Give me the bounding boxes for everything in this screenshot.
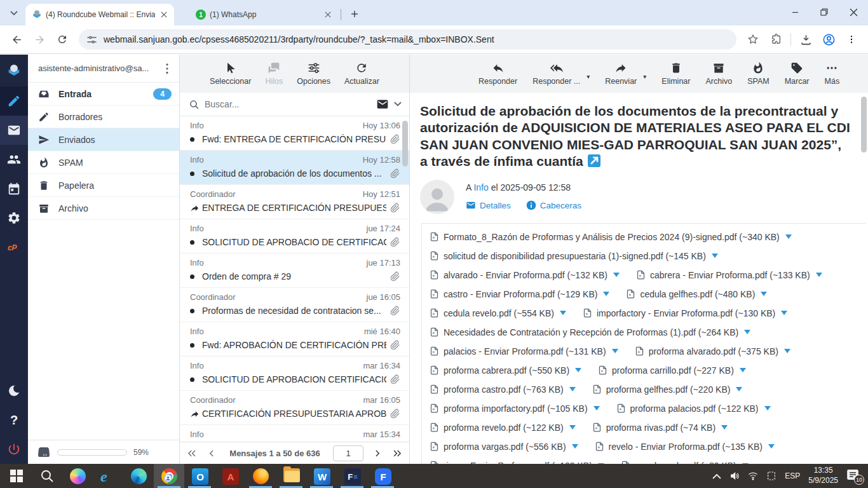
rail-help-button[interactable]: ?	[0, 405, 28, 435]
taskbar-icon-outlook[interactable]: O	[184, 464, 215, 488]
wifi-icon[interactable]	[748, 471, 758, 481]
page-number-input[interactable]	[333, 445, 363, 461]
attachment-menu-icon[interactable]	[569, 387, 576, 391]
attachment-item[interactable]: Formato_8_Razón de Proformas y Análisis …	[430, 231, 792, 242]
chevron-down-icon[interactable]: ▾	[643, 73, 646, 80]
taskbar-icon-copilot[interactable]	[62, 464, 93, 488]
rail-dark-mode-button[interactable]	[0, 376, 28, 405]
sidebar-item-borradores[interactable]: Borradores	[28, 105, 179, 128]
search-icon[interactable]	[189, 99, 200, 110]
account-menu-icon[interactable]	[160, 62, 174, 76]
message-row[interactable]: CoordinadorHoy 12:51ENTREGA DE CERTIFICA…	[180, 185, 409, 219]
attachment-item[interactable]: solicitud de disponibilidad presupuestar…	[430, 250, 718, 261]
delete-button[interactable]: Eliminar	[661, 62, 690, 86]
forward-button[interactable]	[30, 30, 49, 49]
attachment-menu-icon[interactable]	[764, 406, 771, 410]
attachment-item[interactable]: alvarado - Enviar Proforma.pdf (~132 KB)	[430, 269, 620, 280]
reply-all-button[interactable]: Responder ...	[532, 62, 580, 86]
mark-button[interactable]: Marcar	[785, 62, 810, 86]
chevron-down-icon[interactable]: ▾	[587, 73, 590, 80]
site-settings-icon[interactable]	[86, 34, 97, 45]
message-row[interactable]: Coordinadormar 16:05CERTIFICACIÓN PRESUP…	[180, 391, 409, 425]
sidebar-item-entrada[interactable]: Entrada4	[28, 83, 179, 105]
attachment-item[interactable]: proforma cabrera.pdf (~550 KB)	[430, 365, 581, 376]
attachment-item[interactable]: cedula gelfhes.pdf (~480 KB)	[626, 288, 767, 299]
rail-calendar-button[interactable]	[0, 174, 28, 203]
refresh-button[interactable]: Actualizar	[344, 62, 379, 86]
message-row[interactable]: Coordinadorjue 16:05Proformas de necesid…	[180, 288, 409, 322]
message-row[interactable]: Infomié 16:40Fwd: APROBACIÓN DE CERTIFIC…	[180, 322, 409, 356]
restore-button[interactable]	[810, 0, 839, 24]
attachment-menu-icon[interactable]	[744, 330, 750, 334]
attachment-menu-icon[interactable]	[784, 349, 790, 353]
attachment-menu-icon[interactable]	[816, 273, 822, 277]
tab-roundcube[interactable]: (4) Roundcube Webmail :: Envia	[25, 4, 174, 25]
attachment-item[interactable]: proforma carrillo.pdf (~227 KB)	[598, 365, 746, 376]
more-button[interactable]: Más	[825, 62, 840, 86]
spam-button[interactable]: SPAM	[747, 62, 770, 86]
taskbar-icon-ie[interactable]: e	[93, 464, 123, 488]
taskbar-icon-f-app[interactable]: F	[367, 464, 398, 488]
attachment-menu-icon[interactable]	[572, 444, 578, 449]
clock[interactable]: 13:355/9/2025	[808, 466, 838, 485]
search-scope-icon[interactable]	[376, 98, 389, 111]
sidebar-item-enviados[interactable]: Enviados	[28, 128, 179, 151]
close-tab-icon[interactable]	[159, 10, 169, 20]
tray-expand-icon[interactable]	[712, 473, 721, 479]
taskbar-icon-word[interactable]: W	[306, 464, 337, 488]
attachment-menu-icon[interactable]	[712, 254, 718, 258]
sidebar-item-papelera[interactable]: Papelera	[28, 174, 179, 197]
attachment-item[interactable]: proforma revelo.pdf (~122 KB)	[430, 422, 576, 433]
chevron-down-icon[interactable]	[394, 102, 402, 107]
rail-contacts-button[interactable]	[0, 145, 28, 174]
message-row[interactable]: InfoHoy 13:06Fwd: ENTREGA DE CERTIFICACI…	[180, 116, 409, 151]
attachment-item[interactable]: proforma alvarado.pdf (~375 KB)	[635, 346, 790, 356]
reply-button[interactable]: Responder	[478, 62, 517, 86]
rail-cpanel-button[interactable]: cP	[0, 233, 28, 262]
taskbar-icon-edge[interactable]	[123, 464, 154, 488]
attachment-menu-icon[interactable]	[575, 368, 581, 372]
close-window-button[interactable]	[839, 0, 868, 24]
message-row[interactable]: Infojue 17:24SOLICITUD DE APROBACIO DE C…	[180, 219, 409, 254]
first-page-icon[interactable]	[186, 448, 197, 459]
taskbar-icon-acrobat[interactable]: A	[215, 464, 245, 488]
notification-center-button[interactable]: 10	[846, 469, 862, 483]
search-input[interactable]	[205, 99, 371, 109]
bookmark-button[interactable]	[743, 30, 763, 49]
forward-button[interactable]: Reenviar	[605, 62, 637, 86]
attachment-menu-icon[interactable]	[785, 234, 792, 239]
attachment-menu-icon[interactable]	[721, 425, 728, 430]
rail-settings-button[interactable]	[0, 203, 28, 233]
attachment-item[interactable]: imporfactory - Enviar Proforma.pdf (~130…	[583, 308, 787, 318]
attachment-item[interactable]: Necesidades de Contratación y Recepción …	[430, 327, 750, 337]
profile-button[interactable]	[819, 30, 838, 49]
message-row[interactable]: Infomar 16:34SOLICITUD DE APROBACION CER…	[180, 356, 409, 391]
message-row[interactable]: Infomar 15:34	[180, 425, 409, 442]
attachment-item[interactable]: proforma vargas.pdf (~556 KB)	[430, 441, 578, 452]
sidebar-item-spam[interactable]: SPAM	[28, 151, 179, 174]
attachment-item[interactable]: proforma imporfactory.pdf (~105 KB)	[430, 403, 600, 414]
rail-logout-button[interactable]	[0, 435, 28, 464]
taskbar-icon-search[interactable]	[32, 464, 62, 488]
taskbar-icon-start[interactable]	[1, 464, 32, 488]
recipient-link[interactable]: Info	[473, 182, 488, 193]
attachment-item[interactable]: proforma castro.pdf (~763 KB)	[430, 384, 576, 395]
taskbar-icon-explorer[interactable]	[276, 464, 306, 488]
attachment-item[interactable]: revelo - Enviar Proforma.pdf (~135 KB)	[595, 441, 775, 452]
message-row[interactable]: InfoHoy 12:58Solicitud de aprobación de …	[180, 151, 409, 185]
new-tab-button[interactable]	[346, 6, 363, 22]
attachment-item[interactable]: palacios - Enviar Proforma.pdf (~131 KB)	[430, 346, 618, 356]
address-bar[interactable]: webmail.sanjuan.gob.ec/cpsess4685020211/…	[79, 29, 736, 50]
sidebar-item-archivo[interactable]: Archivo	[28, 197, 179, 220]
message-row[interactable]: Infojue 17:13Orden de compra # 29	[180, 254, 409, 288]
attachment-menu-icon[interactable]	[560, 311, 566, 315]
volume-icon[interactable]	[729, 471, 740, 481]
attachment-menu-icon[interactable]	[569, 425, 576, 430]
attachment-menu-icon[interactable]	[761, 292, 767, 296]
attachment-item[interactable]: proforma gelfhes.pdf (~220 KB)	[592, 384, 743, 395]
taskbar-icon-chrome[interactable]	[154, 464, 184, 488]
reload-button[interactable]	[53, 30, 72, 49]
browser-menu-button[interactable]	[842, 30, 861, 49]
minimize-button[interactable]	[780, 0, 810, 24]
next-page-icon[interactable]	[372, 448, 383, 459]
